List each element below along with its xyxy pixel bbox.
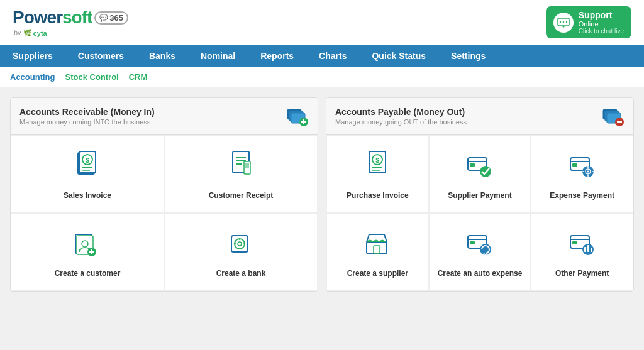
create-supplier-item[interactable]: Create a supplier [326, 213, 429, 291]
header: Powersoft 💬 365 by 🌿 cyta [0, 0, 644, 45]
support-box[interactable]: Support Online Click to chat live [546, 6, 631, 38]
logo-text: Powersoft [13, 8, 92, 28]
create-bank-item[interactable]: Create a bank [164, 213, 318, 291]
accounts-receivable-header: Accounts Receivable (Money In) Manage mo… [11, 98, 318, 135]
supplier-payment-item[interactable]: Supplier Payment [429, 135, 531, 213]
svg-rect-71 [584, 247, 586, 252]
svg-point-3 [566, 21, 567, 22]
svg-rect-72 [587, 245, 589, 252]
create-supplier-label: Create a supplier [347, 269, 408, 278]
expense-payment-label: Expense Payment [550, 191, 614, 200]
create-supplier-icon [358, 226, 396, 264]
svg-text:$: $ [376, 157, 380, 164]
logo-by: by 🌿 cyta [14, 29, 47, 37]
svg-rect-30 [231, 236, 248, 252]
create-bank-icon [222, 226, 260, 264]
logo-area: Powersoft 💬 365 by 🌿 cyta [13, 8, 128, 37]
expense-payment-icon [564, 148, 601, 186]
customer-receipt-label: Customer Receipt [209, 191, 274, 200]
svg-rect-69 [572, 241, 577, 244]
accounts-payable-icon [601, 104, 625, 128]
sub-nav-crm[interactable]: CRM [129, 72, 148, 82]
create-bank-label: Create a bank [216, 269, 266, 278]
sub-nav: Accounting Stock Control CRM [0, 67, 644, 87]
payable-row1: $ Purchase Invoice [326, 135, 633, 213]
accounts-receivable-panel: Accounts Receivable (Money In) Manage mo… [10, 97, 318, 292]
nav-item-settings[interactable]: Settings [438, 45, 498, 67]
nav-item-charts[interactable]: Charts [306, 45, 359, 67]
other-payment-icon [564, 226, 601, 264]
payable-row2: Create a supplier Create an auto expense [326, 213, 633, 291]
svg-point-56 [587, 171, 589, 173]
expense-payment-item[interactable]: Expense Payment [531, 135, 633, 213]
supplier-payment-label: Supplier Payment [448, 191, 511, 200]
accounts-receivable-icon [285, 104, 309, 128]
logo-badge: 💬 365 [94, 11, 128, 25]
svg-text:$: $ [86, 157, 89, 164]
create-customer-icon [69, 226, 106, 264]
main-content: Accounts Receivable (Money In) Manage mo… [0, 87, 644, 302]
accounts-receivable-title: Accounts Receivable (Money In) [19, 107, 155, 117]
create-auto-expense-item[interactable]: Create an auto expense [429, 213, 531, 291]
svg-rect-73 [591, 248, 592, 252]
support-icon [553, 13, 574, 33]
svg-rect-61 [367, 242, 387, 253]
svg-point-1 [560, 21, 561, 22]
create-customer-item[interactable]: Create a customer [11, 213, 164, 291]
svg-point-2 [563, 21, 564, 22]
accounts-payable-panel: Accounts Payable (Money Out) Manage mone… [326, 97, 634, 292]
create-auto-expense-icon [461, 226, 499, 264]
svg-rect-53 [572, 163, 577, 167]
accounts-payable-title: Accounts Payable (Money Out) [335, 107, 467, 117]
svg-rect-65 [470, 241, 475, 244]
nav-item-suppliers[interactable]: Suppliers [0, 45, 65, 67]
sales-invoice-icon: $ [69, 148, 106, 186]
sales-invoice-label: Sales Invoice [64, 191, 111, 200]
nav-item-quick-status[interactable]: Quick Status [359, 45, 438, 67]
support-text: Support Online Click to chat live [579, 10, 624, 35]
accounts-receivable-subtitle: Manage money coming INTO the business [19, 118, 155, 126]
create-customer-label: Create a customer [55, 269, 121, 278]
supplier-payment-icon [461, 148, 499, 186]
other-payment-item[interactable]: Other Payment [531, 213, 633, 291]
other-payment-label: Other Payment [555, 269, 609, 278]
nav-item-customers[interactable]: Customers [65, 45, 136, 67]
receivable-row2: Create a customer Create a bank [11, 213, 318, 291]
nav-item-banks[interactable]: Banks [136, 45, 188, 67]
nav-item-nominal[interactable]: Nominal [188, 45, 248, 67]
receivable-row1: $ Sales Invoice [11, 135, 318, 213]
purchase-invoice-label: Purchase Invoice [347, 191, 409, 200]
svg-rect-62 [374, 246, 380, 253]
customer-receipt-icon [222, 148, 260, 186]
main-nav: Suppliers Customers Banks Nominal Report… [0, 45, 644, 67]
sales-invoice-item[interactable]: $ Sales Invoice [11, 135, 164, 213]
purchase-invoice-item[interactable]: $ Purchase Invoice [326, 135, 429, 213]
customer-receipt-item[interactable]: Customer Receipt [164, 135, 318, 213]
create-auto-expense-label: Create an auto expense [438, 269, 523, 278]
svg-rect-49 [470, 163, 475, 167]
nav-item-reports[interactable]: Reports [248, 45, 306, 67]
accounts-payable-subtitle: Manage money going OUT of the business [335, 118, 467, 126]
sub-nav-accounting[interactable]: Accounting [10, 72, 55, 82]
sub-nav-stock-control[interactable]: Stock Control [65, 72, 119, 82]
purchase-invoice-icon: $ [358, 148, 396, 186]
accounts-payable-header: Accounts Payable (Money Out) Manage mone… [326, 98, 633, 135]
